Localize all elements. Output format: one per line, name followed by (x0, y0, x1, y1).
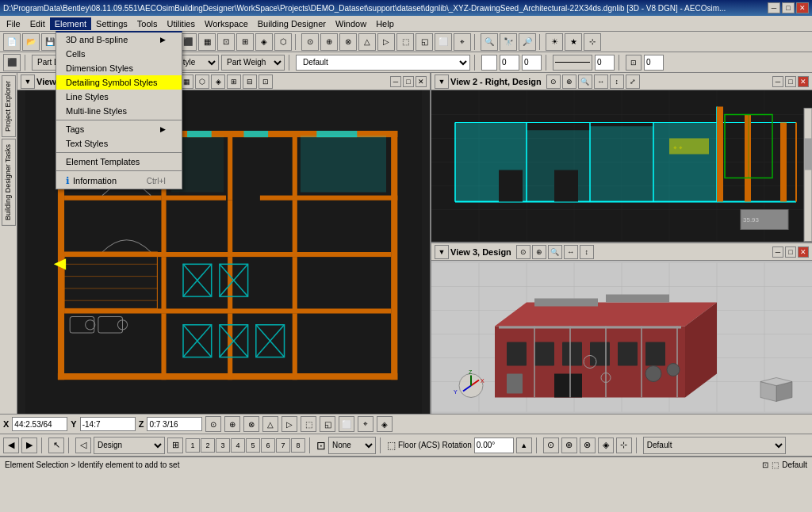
tool4-btn[interactable]: ⊞ (236, 33, 254, 51)
view1-tb10[interactable]: ◈ (211, 75, 225, 89)
tool12-btn[interactable]: ⬚ (396, 33, 414, 51)
nav-fwd-btn[interactable]: ▶ (21, 437, 37, 453)
view3-close-btn[interactable]: ✕ (798, 246, 809, 258)
coord-tool10[interactable]: ◈ (377, 416, 393, 432)
default-dropdown[interactable]: Default (296, 55, 470, 71)
view2-maximize-btn[interactable]: □ (785, 76, 796, 87)
menu-element-templates[interactable]: Element Templates (56, 155, 182, 169)
num-field-2[interactable] (522, 55, 542, 71)
new-btn[interactable]: 📄 (3, 33, 21, 51)
tool11-btn[interactable]: ▷ (377, 33, 395, 51)
element-dropdown-menu[interactable]: 3D and B-spline ▶ Cells Dimension Styles… (56, 31, 182, 189)
view3-tb4[interactable]: ↔ (564, 245, 578, 259)
tool6-btn[interactable]: ⬡ (274, 33, 292, 51)
zoom1-btn[interactable]: 🔍 (481, 33, 498, 51)
view1-close-btn[interactable]: ✕ (416, 76, 427, 87)
render1-btn[interactable]: ☀ (546, 33, 563, 51)
render2-btn[interactable]: ★ (565, 33, 582, 51)
tool10-btn[interactable]: △ (358, 33, 376, 51)
view2-tb1[interactable]: ⊙ (546, 75, 561, 89)
view3-tb3[interactable]: 🔍 (548, 245, 562, 259)
design-dropdown[interactable]: Design (94, 437, 165, 454)
num-field-1[interactable] (500, 55, 519, 71)
menu-text-styles[interactable]: Text Styles (56, 136, 182, 151)
sidebar-tab-building[interactable]: Building Designer Tasks (2, 139, 16, 226)
menu-edit[interactable]: Edit (25, 17, 50, 30)
nav-tool2[interactable]: ⊕ (561, 437, 577, 453)
nav-back-btn[interactable]: ◀ (3, 437, 19, 453)
tool15-btn[interactable]: ⌖ (454, 33, 471, 51)
view2-expand-btn[interactable]: ▼ (435, 75, 449, 89)
coord-tool4[interactable]: △ (262, 416, 278, 432)
view1-tb9[interactable]: ⬡ (195, 75, 209, 89)
view1-minimize-btn[interactable]: ─ (390, 76, 401, 87)
snap-dropdown[interactable]: None (328, 437, 376, 454)
nav-tool1[interactable]: ⊙ (543, 437, 559, 453)
view1-tb13[interactable]: ⊡ (259, 75, 273, 89)
open-btn[interactable]: 📂 (22, 33, 40, 51)
view3-tb2[interactable]: ⊕ (532, 245, 546, 259)
view2-tb4[interactable]: ↔ (594, 75, 608, 89)
menu-information[interactable]: ℹ Information Ctrl+I (56, 173, 182, 189)
coord-tool6[interactable]: ⬚ (301, 416, 316, 432)
view1-maximize-btn[interactable]: □ (403, 76, 414, 87)
close-button[interactable]: ✕ (796, 2, 809, 13)
coord-tool7[interactable]: ◱ (320, 416, 335, 432)
menu-utilities[interactable]: Utilities (163, 17, 200, 30)
coord-tool2[interactable]: ⊕ (224, 416, 240, 432)
page-8-btn[interactable]: 8 (291, 438, 305, 453)
page-3-btn[interactable]: 3 (216, 438, 230, 453)
page-5-btn[interactable]: 5 (246, 438, 260, 453)
sidebar-tab-project[interactable]: Project Explorer (2, 75, 16, 137)
page-6-btn[interactable]: 6 (261, 438, 275, 453)
zoom3-btn[interactable]: 🔎 (519, 33, 536, 51)
coord-tool1[interactable]: ⊙ (205, 416, 221, 432)
num-field-3[interactable] (595, 55, 615, 71)
view3-minimize-btn[interactable]: ─ (772, 246, 783, 258)
view2-tb5[interactable]: ↕ (610, 75, 624, 89)
menu-tools[interactable]: Tools (132, 17, 163, 30)
page-7-btn[interactable]: 7 (276, 438, 290, 453)
menu-building-designer[interactable]: Building Designer (253, 17, 331, 30)
nav-tool5[interactable]: ⊹ (616, 437, 632, 453)
coord-tool8[interactable]: ⬜ (339, 416, 354, 432)
nav-tool3[interactable]: ⊗ (580, 437, 596, 453)
nav-prev-btn[interactable]: ◁ (75, 437, 91, 453)
maximize-button[interactable]: □ (782, 2, 795, 13)
nav-plus-btn[interactable]: ⊞ (167, 437, 183, 453)
page-2-btn[interactable]: 2 (201, 438, 215, 453)
menu-cells[interactable]: Cells (56, 47, 182, 61)
tool13-btn[interactable]: ◱ (416, 33, 433, 51)
menu-element[interactable]: Element (50, 17, 91, 30)
tool14-btn[interactable]: ⬜ (435, 33, 452, 51)
nav-tool4[interactable]: ◈ (598, 437, 614, 453)
menu-line-styles[interactable]: Line Styles (56, 90, 182, 104)
page-4-btn[interactable]: 4 (231, 438, 245, 453)
view2-tb2[interactable]: ⊕ (562, 75, 576, 89)
nav-cursor-btn[interactable]: ↖ (48, 437, 64, 453)
tool8-btn[interactable]: ⊕ (320, 33, 338, 51)
rotation-field[interactable] (474, 437, 514, 453)
render3-btn[interactable]: ⊹ (584, 33, 601, 51)
part-weight-dropdown[interactable]: Part Weigh (221, 55, 285, 71)
rotation-up-btn[interactable]: ▲ (516, 437, 532, 453)
minimize-button[interactable]: ─ (768, 2, 780, 13)
view2-close-btn[interactable]: ✕ (798, 76, 809, 87)
menu-multiline-styles[interactable]: Multi-line Styles (56, 104, 182, 118)
view1-expand-btn[interactable]: ▼ (21, 75, 35, 89)
view3-tb5[interactable]: ↕ (580, 245, 594, 259)
level-dropdown[interactable]: Default (643, 437, 786, 454)
view3-maximize-btn[interactable]: □ (785, 246, 796, 258)
zoom2-btn[interactable]: 🔭 (500, 33, 517, 51)
view2-tb6[interactable]: ⤢ (626, 75, 640, 89)
tool7-btn[interactable]: ⊙ (301, 33, 319, 51)
tool2-btn[interactable]: ▦ (198, 33, 216, 51)
view3-tb1[interactable]: ⊙ (516, 245, 530, 259)
num-field-4[interactable] (644, 55, 664, 71)
menu-help[interactable]: Help (371, 17, 399, 30)
menu-detailing-symbol-styles[interactable]: Detailing Symbol Styles (56, 75, 182, 90)
coord-tool5[interactable]: ▷ (282, 416, 297, 432)
view1-tb11[interactable]: ⊞ (227, 75, 241, 89)
tool5-btn[interactable]: ◈ (255, 33, 273, 51)
tool3-btn[interactable]: ⊡ (217, 33, 235, 51)
